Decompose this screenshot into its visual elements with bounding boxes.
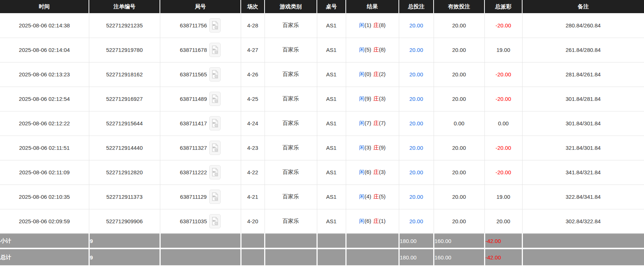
video-replay-button[interactable] bbox=[209, 18, 221, 33]
column-header: 场次 bbox=[241, 0, 265, 13]
cell-result: 闲(1)庄(8) bbox=[346, 13, 399, 38]
total-count: 9 bbox=[89, 248, 160, 265]
cell-round-no: 638711678 bbox=[160, 38, 241, 62]
cell-time: 2025-08-06 02:12:54 bbox=[0, 87, 89, 111]
cell-session: 4-27 bbox=[241, 38, 265, 62]
cell-time: 2025-08-06 02:14:04 bbox=[0, 38, 89, 62]
video-replay-button[interactable] bbox=[209, 165, 221, 179]
cell-valid-bet: 20.00 bbox=[434, 160, 484, 185]
video-replay-button[interactable] bbox=[209, 190, 221, 204]
result-banker-score: (8) bbox=[379, 22, 386, 28]
cell-total-bet: 20.00 bbox=[399, 160, 434, 185]
cell-bet-no: 522712914440 bbox=[89, 136, 160, 160]
video-replay-icon bbox=[211, 70, 218, 79]
table-row: 2025-08-06 02:14:04 522712919780 6387116… bbox=[0, 38, 644, 62]
cell-table-no: AS1 bbox=[317, 62, 346, 87]
cell-table-no: AS1 bbox=[317, 111, 346, 136]
cell-valid-bet: 20.00 bbox=[434, 136, 484, 160]
cell-game-type: 百家乐 bbox=[265, 136, 317, 160]
video-replay-icon bbox=[211, 217, 218, 226]
column-header: 时间 bbox=[0, 0, 89, 13]
result-player-label: 闲 bbox=[359, 22, 364, 28]
result-player-label: 闲 bbox=[359, 218, 364, 224]
round-no-text: 638711035 bbox=[180, 218, 207, 224]
column-header: 备注 bbox=[522, 0, 644, 13]
subtotal-empty-result bbox=[346, 233, 399, 248]
total-empty-result bbox=[346, 248, 399, 265]
result-player-score: (1) bbox=[364, 22, 371, 28]
result-player-score: (6) bbox=[364, 218, 371, 224]
result-player-label: 闲 bbox=[359, 46, 364, 53]
result-banker-score: (3) bbox=[379, 169, 386, 175]
cell-game-type: 百家乐 bbox=[265, 160, 317, 185]
round-no-text: 638711489 bbox=[180, 96, 207, 102]
subtotal-empty-remark bbox=[522, 233, 644, 248]
table-row: 2025-08-06 02:14:38 522712921235 6387117… bbox=[0, 13, 644, 38]
cell-round-no: 638711756 bbox=[160, 13, 241, 38]
cell-remark: 281.84/261.84 bbox=[522, 62, 644, 87]
cell-total-bet: 20.00 bbox=[399, 136, 434, 160]
video-replay-button[interactable] bbox=[209, 67, 221, 81]
video-replay-icon bbox=[211, 94, 218, 103]
round-no-text: 638711327 bbox=[180, 145, 207, 151]
cell-game-type: 百家乐 bbox=[265, 111, 317, 136]
subtotal-total-bet: 180.00 bbox=[399, 233, 434, 248]
cell-time: 2025-08-06 02:11:51 bbox=[0, 136, 89, 160]
cell-session: 4-20 bbox=[241, 209, 265, 233]
cell-session: 4-23 bbox=[241, 136, 265, 160]
cell-total-payout: -20.00 bbox=[484, 87, 522, 111]
total-row: 总计 9 180.00 160.00 -42.00 bbox=[0, 248, 644, 265]
video-replay-button[interactable] bbox=[209, 116, 221, 130]
cell-total-bet: 20.00 bbox=[399, 13, 434, 38]
cell-result: 闲(9)庄(3) bbox=[346, 87, 399, 111]
cell-remark: 301.84/301.84 bbox=[522, 111, 644, 136]
cell-total-payout: 19.00 bbox=[484, 38, 522, 62]
subtotal-empty-table bbox=[317, 233, 346, 248]
cell-bet-no: 522712912820 bbox=[89, 160, 160, 185]
cell-time: 2025-08-06 02:11:09 bbox=[0, 160, 89, 185]
cell-game-type: 百家乐 bbox=[265, 87, 317, 111]
cell-result: 闲(7)庄(7) bbox=[346, 111, 399, 136]
cell-round-no: 638711417 bbox=[160, 111, 241, 136]
cell-total-payout: -20.00 bbox=[484, 160, 522, 185]
round-no-text: 638711678 bbox=[180, 47, 207, 53]
bet-records-table: 时间注单编号局号场次游戏类别桌号结果总投注有效投注总派彩备注 2025-08-0… bbox=[0, 0, 644, 265]
result-player-label: 闲 bbox=[359, 169, 364, 175]
result-banker-label: 庄 bbox=[374, 144, 379, 151]
cell-valid-bet: 20.00 bbox=[434, 209, 484, 233]
cell-valid-bet: 20.00 bbox=[434, 38, 484, 62]
cell-valid-bet: 0.00 bbox=[434, 111, 484, 136]
subtotal-label: 小计 bbox=[0, 233, 89, 248]
total-empty-game bbox=[265, 248, 317, 265]
cell-bet-no: 522712911373 bbox=[89, 185, 160, 209]
cell-time: 2025-08-06 02:09:59 bbox=[0, 209, 89, 233]
result-banker-score: (8) bbox=[379, 46, 386, 53]
cell-total-payout: 19.00 bbox=[484, 185, 522, 209]
cell-total-payout: -20.00 bbox=[484, 13, 522, 38]
total-empty-table bbox=[317, 248, 346, 265]
cell-time: 2025-08-06 02:14:38 bbox=[0, 13, 89, 38]
video-replay-button[interactable] bbox=[209, 92, 221, 106]
video-replay-button[interactable] bbox=[209, 43, 221, 57]
cell-bet-no: 522712915644 bbox=[89, 111, 160, 136]
total-valid-bet: 160.00 bbox=[434, 248, 484, 265]
result-banker-score: (1) bbox=[379, 218, 386, 224]
cell-result: 闲(3)庄(9) bbox=[346, 136, 399, 160]
cell-valid-bet: 20.00 bbox=[434, 185, 484, 209]
cell-bet-no: 522712916927 bbox=[89, 87, 160, 111]
result-player-score: (0) bbox=[364, 71, 371, 77]
video-replay-button[interactable] bbox=[209, 214, 221, 228]
column-header: 结果 bbox=[346, 0, 399, 13]
column-header: 总派彩 bbox=[484, 0, 522, 13]
video-replay-button[interactable] bbox=[209, 141, 221, 155]
cell-round-no: 638711327 bbox=[160, 136, 241, 160]
column-header: 有效投注 bbox=[434, 0, 484, 13]
result-banker-label: 庄 bbox=[374, 71, 379, 77]
video-replay-icon bbox=[211, 119, 218, 128]
subtotal-empty-session bbox=[241, 233, 265, 248]
result-player-label: 闲 bbox=[359, 193, 364, 200]
result-player-score: (7) bbox=[364, 120, 371, 126]
cell-round-no: 638711222 bbox=[160, 160, 241, 185]
cell-total-bet: 20.00 bbox=[399, 209, 434, 233]
cell-time: 2025-08-06 02:10:35 bbox=[0, 185, 89, 209]
